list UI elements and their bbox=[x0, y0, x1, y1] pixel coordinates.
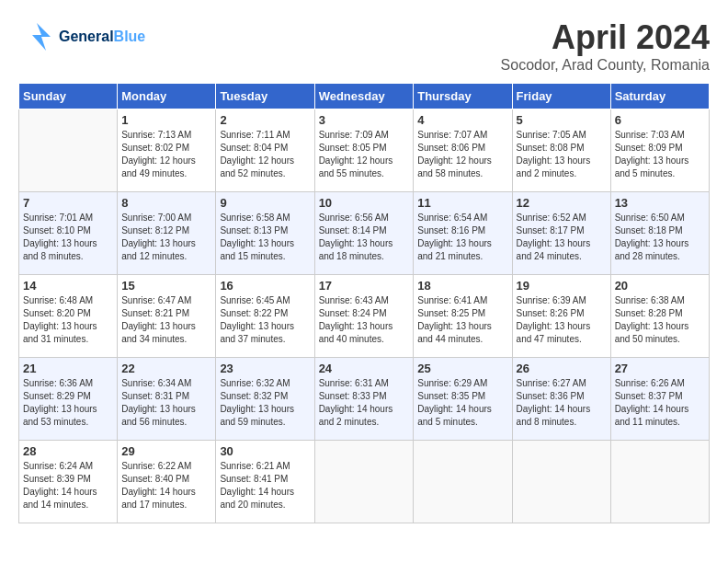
day-number: 16 bbox=[220, 279, 310, 293]
calendar-cell: 8Sunrise: 7:00 AM Sunset: 8:12 PM Daylig… bbox=[118, 192, 216, 275]
weekday-header: Sunday bbox=[19, 84, 118, 109]
day-number: 7 bbox=[23, 196, 113, 210]
day-number: 12 bbox=[517, 196, 607, 210]
calendar-cell: 20Sunrise: 6:38 AM Sunset: 8:28 PM Dayli… bbox=[610, 275, 709, 358]
svg-marker-0 bbox=[32, 23, 51, 51]
day-number: 3 bbox=[319, 113, 410, 127]
day-number: 1 bbox=[121, 113, 211, 127]
day-info: Sunrise: 6:24 AM Sunset: 8:39 PM Dayligh… bbox=[23, 460, 113, 511]
day-info: Sunrise: 6:45 AM Sunset: 8:22 PM Dayligh… bbox=[220, 294, 310, 346]
day-info: Sunrise: 6:41 AM Sunset: 8:25 PM Dayligh… bbox=[417, 294, 507, 346]
day-info: Sunrise: 7:09 AM Sunset: 8:05 PM Dayligh… bbox=[319, 129, 410, 180]
calendar-cell: 2Sunrise: 7:11 AM Sunset: 8:04 PM Daylig… bbox=[216, 109, 314, 192]
calendar-cell: 14Sunrise: 6:48 AM Sunset: 8:20 PM Dayli… bbox=[19, 275, 118, 358]
day-number: 9 bbox=[220, 196, 310, 210]
day-number: 6 bbox=[615, 113, 705, 127]
month-title: April 2024 bbox=[501, 18, 710, 57]
calendar-table: SundayMondayTuesdayWednesdayThursdayFrid… bbox=[18, 83, 710, 523]
calendar-cell: 10Sunrise: 6:56 AM Sunset: 8:14 PM Dayli… bbox=[314, 192, 414, 275]
calendar-cell: 1Sunrise: 7:13 AM Sunset: 8:02 PM Daylig… bbox=[118, 109, 216, 192]
weekday-header: Thursday bbox=[414, 84, 512, 109]
weekday-header: Friday bbox=[512, 84, 610, 109]
logo-text: GeneralBlue bbox=[59, 29, 145, 45]
calendar-cell: 23Sunrise: 6:32 AM Sunset: 8:32 PM Dayli… bbox=[216, 358, 314, 441]
calendar-cell: 9Sunrise: 6:58 AM Sunset: 8:13 PM Daylig… bbox=[216, 192, 314, 275]
location-subtitle: Socodor, Arad County, Romania bbox=[501, 57, 710, 74]
calendar-cell: 29Sunrise: 6:22 AM Sunset: 8:40 PM Dayli… bbox=[118, 441, 216, 523]
day-info: Sunrise: 7:13 AM Sunset: 8:02 PM Dayligh… bbox=[121, 129, 211, 180]
day-number: 4 bbox=[417, 113, 507, 127]
calendar-cell: 3Sunrise: 7:09 AM Sunset: 8:05 PM Daylig… bbox=[314, 109, 414, 192]
calendar-cell: 6Sunrise: 7:03 AM Sunset: 8:09 PM Daylig… bbox=[610, 109, 709, 192]
day-info: Sunrise: 7:00 AM Sunset: 8:12 PM Dayligh… bbox=[121, 212, 211, 263]
day-number: 27 bbox=[615, 362, 705, 375]
day-number: 24 bbox=[319, 362, 410, 375]
calendar-cell: 16Sunrise: 6:45 AM Sunset: 8:22 PM Dayli… bbox=[216, 275, 314, 358]
calendar-week-row: 21Sunrise: 6:36 AM Sunset: 8:29 PM Dayli… bbox=[19, 358, 710, 441]
day-number: 20 bbox=[615, 279, 705, 293]
calendar-cell bbox=[512, 441, 610, 523]
calendar-cell: 24Sunrise: 6:31 AM Sunset: 8:33 PM Dayli… bbox=[314, 358, 414, 441]
day-number: 10 bbox=[319, 196, 410, 210]
calendar-cell: 19Sunrise: 6:39 AM Sunset: 8:26 PM Dayli… bbox=[512, 275, 610, 358]
calendar-week-row: 14Sunrise: 6:48 AM Sunset: 8:20 PM Dayli… bbox=[19, 275, 710, 358]
day-info: Sunrise: 7:03 AM Sunset: 8:09 PM Dayligh… bbox=[615, 129, 705, 180]
day-info: Sunrise: 7:01 AM Sunset: 8:10 PM Dayligh… bbox=[23, 212, 113, 263]
calendar-cell: 26Sunrise: 6:27 AM Sunset: 8:36 PM Dayli… bbox=[512, 358, 610, 441]
day-number: 18 bbox=[417, 279, 507, 293]
day-info: Sunrise: 6:27 AM Sunset: 8:36 PM Dayligh… bbox=[517, 377, 607, 429]
calendar-cell: 27Sunrise: 6:26 AM Sunset: 8:37 PM Dayli… bbox=[610, 358, 709, 441]
day-info: Sunrise: 6:36 AM Sunset: 8:29 PM Dayligh… bbox=[23, 377, 113, 429]
calendar-cell: 22Sunrise: 6:34 AM Sunset: 8:31 PM Dayli… bbox=[118, 358, 216, 441]
day-info: Sunrise: 6:47 AM Sunset: 8:21 PM Dayligh… bbox=[121, 294, 211, 346]
day-info: Sunrise: 7:11 AM Sunset: 8:04 PM Dayligh… bbox=[220, 129, 310, 180]
day-info: Sunrise: 6:32 AM Sunset: 8:32 PM Dayligh… bbox=[220, 377, 310, 429]
day-number: 17 bbox=[319, 279, 410, 293]
day-info: Sunrise: 6:39 AM Sunset: 8:26 PM Dayligh… bbox=[517, 294, 607, 346]
calendar-week-row: 7Sunrise: 7:01 AM Sunset: 8:10 PM Daylig… bbox=[19, 192, 710, 275]
calendar-cell: 13Sunrise: 6:50 AM Sunset: 8:18 PM Dayli… bbox=[610, 192, 709, 275]
weekday-header: Tuesday bbox=[216, 84, 314, 109]
day-info: Sunrise: 6:50 AM Sunset: 8:18 PM Dayligh… bbox=[615, 212, 705, 263]
day-info: Sunrise: 6:48 AM Sunset: 8:20 PM Dayligh… bbox=[23, 294, 113, 346]
calendar-cell: 7Sunrise: 7:01 AM Sunset: 8:10 PM Daylig… bbox=[19, 192, 118, 275]
calendar-cell: 30Sunrise: 6:21 AM Sunset: 8:41 PM Dayli… bbox=[216, 441, 314, 523]
calendar-header-row: SundayMondayTuesdayWednesdayThursdayFrid… bbox=[19, 84, 710, 109]
day-info: Sunrise: 6:29 AM Sunset: 8:35 PM Dayligh… bbox=[417, 377, 507, 429]
calendar-cell: 25Sunrise: 6:29 AM Sunset: 8:35 PM Dayli… bbox=[414, 358, 512, 441]
day-number: 28 bbox=[23, 444, 113, 458]
calendar-cell: 5Sunrise: 7:05 AM Sunset: 8:08 PM Daylig… bbox=[512, 109, 610, 192]
page-header: GeneralBlue April 2024 Socodor, Arad Cou… bbox=[18, 18, 710, 74]
day-number: 19 bbox=[517, 279, 607, 293]
calendar-cell: 4Sunrise: 7:07 AM Sunset: 8:06 PM Daylig… bbox=[414, 109, 512, 192]
day-number: 5 bbox=[517, 113, 607, 127]
day-number: 21 bbox=[23, 362, 113, 375]
calendar-week-row: 28Sunrise: 6:24 AM Sunset: 8:39 PM Dayli… bbox=[19, 441, 710, 523]
weekday-header: Monday bbox=[118, 84, 216, 109]
day-info: Sunrise: 6:22 AM Sunset: 8:40 PM Dayligh… bbox=[121, 460, 211, 511]
calendar-cell: 18Sunrise: 6:41 AM Sunset: 8:25 PM Dayli… bbox=[414, 275, 512, 358]
day-info: Sunrise: 6:34 AM Sunset: 8:31 PM Dayligh… bbox=[121, 377, 211, 429]
day-info: Sunrise: 6:43 AM Sunset: 8:24 PM Dayligh… bbox=[319, 294, 410, 346]
calendar-week-row: 1Sunrise: 7:13 AM Sunset: 8:02 PM Daylig… bbox=[19, 109, 710, 192]
day-number: 14 bbox=[23, 279, 113, 293]
day-info: Sunrise: 6:54 AM Sunset: 8:16 PM Dayligh… bbox=[417, 212, 507, 263]
logo: GeneralBlue bbox=[18, 18, 145, 55]
calendar-cell: 21Sunrise: 6:36 AM Sunset: 8:29 PM Dayli… bbox=[19, 358, 118, 441]
day-number: 22 bbox=[121, 362, 211, 375]
day-number: 15 bbox=[121, 279, 211, 293]
day-number: 13 bbox=[615, 196, 705, 210]
day-number: 11 bbox=[417, 196, 507, 210]
day-info: Sunrise: 6:58 AM Sunset: 8:13 PM Dayligh… bbox=[220, 212, 310, 263]
day-info: Sunrise: 6:38 AM Sunset: 8:28 PM Dayligh… bbox=[615, 294, 705, 346]
calendar-cell bbox=[314, 441, 414, 523]
day-number: 2 bbox=[220, 113, 310, 127]
weekday-header: Saturday bbox=[610, 84, 709, 109]
day-info: Sunrise: 7:07 AM Sunset: 8:06 PM Dayligh… bbox=[417, 129, 507, 180]
day-number: 30 bbox=[220, 444, 310, 458]
day-number: 26 bbox=[517, 362, 607, 375]
day-number: 25 bbox=[417, 362, 507, 375]
day-info: Sunrise: 6:56 AM Sunset: 8:14 PM Dayligh… bbox=[319, 212, 410, 263]
title-section: April 2024 Socodor, Arad County, Romania bbox=[501, 18, 710, 74]
day-info: Sunrise: 7:05 AM Sunset: 8:08 PM Dayligh… bbox=[517, 129, 607, 180]
